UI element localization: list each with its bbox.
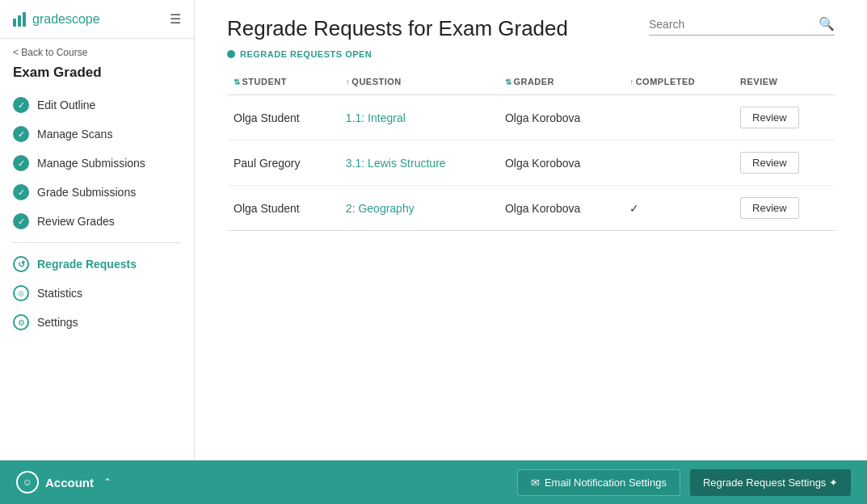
nav-label: Manage Submissions (37, 157, 145, 170)
col-completed[interactable]: ↑COMPLETED (623, 69, 734, 95)
nav-divider (13, 242, 181, 243)
footer-account[interactable]: ☺ Account ⌃ (16, 471, 507, 494)
check-icon: ✓ (13, 213, 29, 229)
question-link[interactable]: 3.1: Lewis Structure (346, 157, 446, 170)
completed-checkmark: ✓ (629, 202, 639, 215)
cell-review: Review (734, 141, 835, 186)
email-notification-button[interactable]: ✉ Email Notification Settings (517, 469, 680, 496)
cell-question: 2: Geography (339, 186, 499, 231)
footer: ☺ Account ⌃ ✉ Email Notification Setting… (0, 460, 867, 504)
sort-icon: ↑ (346, 78, 351, 86)
sidebar-item-grade-submissions[interactable]: ✓ Grade Submissions (0, 178, 194, 207)
regrade-btn-label: Regrade Request Settings ✦ (703, 477, 838, 489)
sidebar-header: gradescope ☰ (0, 0, 194, 39)
cell-student: Olga Student (227, 186, 339, 231)
nav-label: Edit Outline (37, 99, 95, 111)
gear-icon: ⚙ (13, 314, 29, 330)
nav-label: Regrade Requests (37, 258, 137, 271)
logo-text: gradescope (32, 12, 100, 27)
review-button[interactable]: Review (740, 152, 799, 174)
question-link[interactable]: 1.1: Integral (346, 111, 406, 124)
check-icon: ✓ (13, 155, 29, 171)
search-icon: 🔍 (819, 16, 835, 32)
account-icon: ☺ (16, 471, 39, 494)
sort-icon: ⇅ (505, 78, 512, 86)
cell-question: 1.1: Integral (339, 95, 499, 141)
check-icon: ✓ (13, 184, 29, 200)
search-box: 🔍 (649, 16, 835, 36)
check-icon: ✓ (13, 97, 29, 113)
sort-icon: ⇅ (234, 78, 241, 86)
review-button[interactable]: Review (740, 197, 799, 219)
table-header-row: ⇅STUDENT ↑QUESTION ⇅GRADER ↑COMPLETED RE… (227, 69, 835, 95)
search-input[interactable] (649, 18, 812, 31)
table-container: ⇅STUDENT ↑QUESTION ⇅GRADER ↑COMPLETED RE… (195, 69, 867, 460)
table-row: Paul Gregory 3.1: Lewis Structure Olga K… (227, 141, 835, 186)
back-to-course-link[interactable]: < Back to Course (0, 39, 194, 61)
page-title: Regrade Requests for Exam Graded (227, 16, 568, 41)
nav-label: Grade Submissions (37, 186, 136, 199)
status-dot (227, 50, 235, 58)
question-link[interactable]: 2: Geography (346, 202, 415, 215)
main-content: Regrade Requests for Exam Graded 🔍 REGRA… (195, 0, 867, 460)
cell-question: 3.1: Lewis Structure (339, 141, 499, 186)
nav-label: Review Grades (37, 215, 115, 228)
regrade-table: ⇅STUDENT ↑QUESTION ⇅GRADER ↑COMPLETED RE… (227, 69, 835, 231)
cell-completed: ✓ (623, 186, 734, 231)
sidebar-item-settings[interactable]: ⚙ Settings (0, 308, 194, 337)
status-text: REGRADE REQUESTS OPEN (240, 49, 372, 59)
cell-student: Paul Gregory (227, 141, 339, 186)
table-row: Olga Student 1.1: Integral Olga Korobova… (227, 95, 835, 141)
cell-student: Olga Student (227, 95, 339, 141)
cell-review: Review (734, 186, 835, 231)
sidebar-item-manage-scans[interactable]: ✓ Manage Scans (0, 120, 194, 149)
email-icon: ✉ (531, 477, 540, 489)
stats-icon: ◎ (13, 285, 29, 301)
sort-icon: ↑ (629, 78, 634, 86)
col-review: REVIEW (734, 69, 835, 95)
cell-grader: Olga Korobova (499, 186, 623, 231)
logo-icon (13, 12, 26, 27)
nav-label: Statistics (37, 287, 82, 300)
account-label: Account (45, 476, 94, 489)
cell-completed (623, 141, 734, 186)
course-title: Exam Graded (0, 61, 194, 90)
main-header: Regrade Requests for Exam Graded 🔍 (195, 0, 867, 49)
footer-buttons: ✉ Email Notification Settings Regrade Re… (517, 469, 851, 496)
nav-label: Settings (37, 316, 78, 329)
regrade-request-settings-button[interactable]: Regrade Request Settings ✦ (690, 469, 851, 496)
cell-grader: Olga Korobova (499, 95, 623, 141)
sidebar-item-manage-submissions[interactable]: ✓ Manage Submissions (0, 149, 194, 178)
col-student[interactable]: ⇅STUDENT (227, 69, 339, 95)
review-button[interactable]: Review (740, 107, 799, 128)
email-btn-label: Email Notification Settings (545, 477, 667, 489)
col-grader[interactable]: ⇅GRADER (499, 69, 623, 95)
nav-label: Manage Scans (37, 128, 112, 141)
sidebar-item-review-grades[interactable]: ✓ Review Grades (0, 207, 194, 236)
regrade-icon: ↺ (13, 256, 29, 272)
col-question[interactable]: ↑QUESTION (339, 69, 499, 95)
cell-review: Review (734, 95, 835, 141)
sidebar-item-regrade-requests[interactable]: ↺ Regrade Requests (0, 250, 194, 279)
cell-completed (623, 95, 734, 141)
sidebar-item-statistics[interactable]: ◎ Statistics (0, 279, 194, 308)
status-bar: REGRADE REQUESTS OPEN (195, 49, 867, 69)
sidebar-item-edit-outline[interactable]: ✓ Edit Outline (0, 90, 194, 120)
sidebar: gradescope ☰ < Back to Course Exam Grade… (0, 0, 195, 460)
table-row: Olga Student 2: Geography Olga Korobova … (227, 186, 835, 231)
menu-icon[interactable]: ☰ (170, 11, 181, 27)
cell-grader: Olga Korobova (499, 141, 623, 186)
chevron-up-icon: ⌃ (103, 477, 112, 488)
check-icon: ✓ (13, 126, 29, 142)
